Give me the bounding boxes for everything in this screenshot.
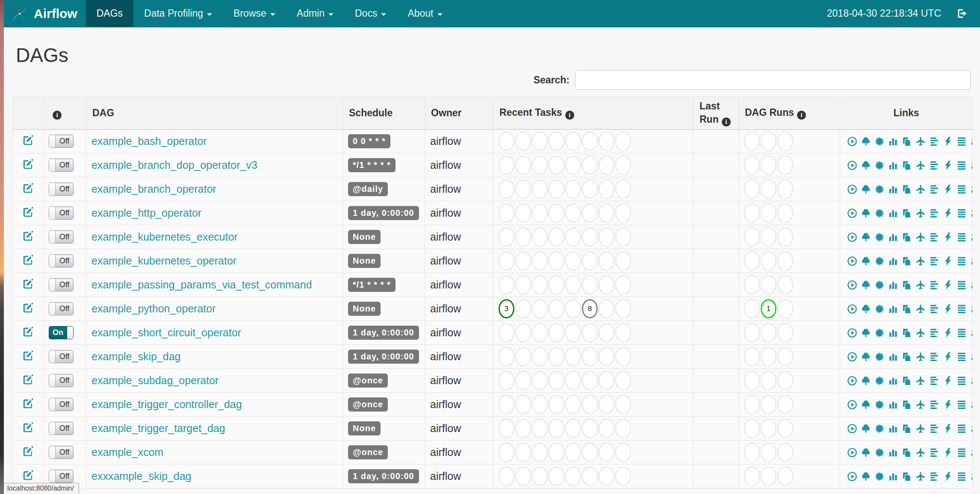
recent-task-circle[interactable] bbox=[515, 227, 531, 247]
edit-dag-icon[interactable] bbox=[22, 159, 34, 170]
dag-pause-toggle[interactable]: Off bbox=[49, 422, 74, 435]
task-tries-icon[interactable] bbox=[902, 280, 912, 290]
nav-item-dags[interactable]: DAGs bbox=[86, 0, 133, 27]
tree-view-icon[interactable] bbox=[861, 376, 871, 386]
edit-dag-icon[interactable] bbox=[22, 230, 34, 242]
recent-task-circle[interactable] bbox=[599, 395, 614, 414]
recent-task-circle[interactable] bbox=[515, 156, 531, 175]
gantt-icon[interactable] bbox=[929, 423, 939, 434]
recent-task-circle[interactable] bbox=[565, 395, 581, 414]
recent-task-circle[interactable] bbox=[515, 419, 531, 438]
landing-times-icon[interactable] bbox=[915, 471, 926, 482]
graph-view-icon[interactable] bbox=[874, 447, 885, 458]
tree-view-icon[interactable] bbox=[861, 256, 871, 266]
edit-dag-icon[interactable] bbox=[22, 326, 34, 338]
dag-run-circle[interactable] bbox=[744, 443, 760, 462]
dag-run-circle[interactable] bbox=[777, 323, 793, 342]
landing-times-icon[interactable] bbox=[915, 304, 926, 314]
dag-link[interactable]: example_branch_dop_operator_v3 bbox=[92, 159, 257, 171]
recent-task-circle[interactable] bbox=[565, 323, 581, 342]
dag-run-circle[interactable] bbox=[744, 371, 760, 390]
gantt-icon[interactable] bbox=[929, 304, 939, 314]
code-view-icon[interactable] bbox=[943, 352, 953, 362]
search-input[interactable] bbox=[575, 70, 971, 90]
recent-task-circle[interactable] bbox=[615, 227, 631, 247]
dag-run-circle[interactable] bbox=[777, 227, 793, 247]
recent-task-circle[interactable] bbox=[582, 156, 598, 175]
recent-task-circle[interactable] bbox=[515, 299, 531, 318]
dag-run-circle[interactable] bbox=[761, 275, 776, 294]
edit-dag-icon[interactable] bbox=[22, 302, 34, 314]
recent-task-circle[interactable] bbox=[549, 275, 564, 294]
recent-task-circle[interactable] bbox=[515, 443, 531, 462]
landing-times-icon[interactable] bbox=[915, 400, 926, 410]
recent-task-circle[interactable] bbox=[532, 179, 548, 199]
dag-pause-toggle[interactable]: Off bbox=[49, 398, 74, 411]
recent-task-circle[interactable] bbox=[599, 156, 614, 175]
dag-pause-toggle[interactable]: Off bbox=[49, 182, 74, 196]
gantt-icon[interactable] bbox=[929, 400, 939, 410]
code-view-icon[interactable] bbox=[943, 184, 953, 194]
gantt-icon[interactable] bbox=[929, 352, 939, 362]
trigger-dag-icon[interactable] bbox=[847, 471, 857, 482]
recent-task-circle[interactable] bbox=[615, 251, 631, 271]
recent-task-circle[interactable] bbox=[549, 371, 564, 390]
tree-view-icon[interactable] bbox=[861, 160, 871, 171]
recent-task-circle[interactable] bbox=[582, 227, 598, 247]
dag-run-circle[interactable] bbox=[777, 299, 793, 318]
dag-details-icon[interactable] bbox=[956, 471, 967, 482]
dag-run-circle[interactable] bbox=[744, 275, 760, 294]
recent-task-circle[interactable] bbox=[599, 419, 614, 438]
gantt-icon[interactable] bbox=[929, 160, 939, 171]
graph-view-icon[interactable] bbox=[874, 184, 885, 194]
dag-run-circle[interactable] bbox=[761, 132, 776, 151]
graph-view-icon[interactable] bbox=[874, 304, 885, 314]
dag-pause-toggle[interactable]: Off bbox=[49, 159, 74, 172]
task-duration-icon[interactable] bbox=[888, 328, 898, 338]
dag-link[interactable]: example_short_circuit_operator bbox=[92, 326, 241, 338]
recent-task-circle[interactable] bbox=[499, 227, 514, 247]
recent-task-circle[interactable] bbox=[582, 275, 598, 294]
gantt-icon[interactable] bbox=[929, 184, 939, 194]
task-tries-icon[interactable] bbox=[902, 256, 912, 266]
dag-pause-toggle[interactable]: Off bbox=[49, 230, 74, 244]
dag-run-circle[interactable] bbox=[761, 251, 776, 271]
recent-task-circle[interactable] bbox=[499, 275, 514, 294]
recent-task-circle[interactable] bbox=[515, 347, 531, 366]
refresh-icon[interactable] bbox=[970, 376, 973, 386]
trigger-dag-icon[interactable] bbox=[847, 232, 857, 242]
dag-run-circle[interactable] bbox=[761, 203, 776, 223]
recent-task-circle[interactable] bbox=[532, 419, 548, 438]
recent-task-circle[interactable] bbox=[599, 132, 614, 151]
dag-run-circle[interactable] bbox=[777, 371, 793, 390]
dag-run-circle[interactable] bbox=[744, 227, 760, 247]
dag-run-circle[interactable] bbox=[761, 467, 776, 486]
recent-task-circle[interactable] bbox=[582, 179, 598, 199]
dag-run-circle[interactable] bbox=[744, 179, 760, 199]
recent-task-circle[interactable]: 8 bbox=[582, 299, 598, 318]
dag-run-circle[interactable] bbox=[777, 419, 793, 438]
dag-details-icon[interactable] bbox=[956, 304, 967, 314]
recent-task-circle[interactable] bbox=[499, 467, 514, 486]
task-duration-icon[interactable] bbox=[888, 208, 898, 218]
dag-link[interactable]: example_xcom bbox=[92, 446, 163, 458]
task-duration-icon[interactable] bbox=[888, 232, 898, 242]
dag-details-icon[interactable] bbox=[956, 328, 967, 338]
recent-task-circle[interactable] bbox=[565, 299, 581, 318]
dag-run-circle[interactable] bbox=[761, 443, 776, 462]
recent-task-circle[interactable] bbox=[615, 179, 631, 199]
refresh-icon[interactable] bbox=[970, 304, 973, 314]
task-tries-icon[interactable] bbox=[902, 304, 912, 314]
graph-view-icon[interactable] bbox=[874, 352, 885, 362]
trigger-dag-icon[interactable] bbox=[847, 208, 857, 218]
landing-times-icon[interactable] bbox=[915, 208, 926, 218]
recent-task-circle[interactable] bbox=[549, 323, 564, 342]
recent-task-circle[interactable] bbox=[599, 443, 614, 462]
recent-task-circle[interactable] bbox=[515, 395, 531, 414]
task-duration-icon[interactable] bbox=[888, 304, 898, 314]
tree-view-icon[interactable] bbox=[861, 304, 871, 314]
graph-view-icon[interactable] bbox=[874, 208, 885, 218]
airflow-brand[interactable]: Airflow bbox=[4, 0, 86, 27]
task-tries-icon[interactable] bbox=[902, 376, 912, 386]
recent-task-circle[interactable] bbox=[599, 227, 614, 247]
